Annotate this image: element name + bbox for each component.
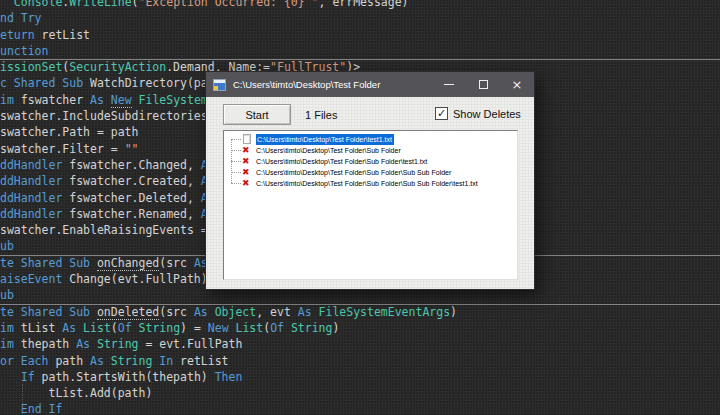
code-line: unction [0,43,457,59]
code-line: or Each path As String In retList [0,353,457,369]
checkbox-label: Show Deletes [453,108,521,120]
procedure-separator [0,59,720,60]
code-line: eturn retList [0,27,457,43]
files-count-label: 1 Files [305,109,337,121]
minimize-button[interactable] [432,72,466,97]
code-line: te Shared Sub onDeleted(src As Object, e… [0,304,457,320]
tree-item[interactable]: ✖C:\Users\timto\Desktop\Test Folder\Sub … [224,178,517,189]
code-line: im tList As List(Of String) = New List(O… [0,320,457,336]
deleted-x-icon: ✖ [242,167,250,178]
tree-connector-stub [231,183,241,184]
show-deletes-checkbox[interactable]: ✓ Show Deletes [435,107,521,120]
tree-item[interactable]: ✖C:\Users\timto\Desktop\Test Folder\Sub … [224,167,517,178]
code-line: im thepath As String = evt.FullPath [0,336,457,352]
deleted-x-icon: ✖ [242,178,250,189]
deleted-x-icon: ✖ [242,156,250,167]
code-line: Console.WriteLine("Exception Occurred: {… [0,0,457,10]
tree-item[interactable]: ✖C:\Users\timto\Desktop\Test Folder\Sub … [224,145,517,156]
tree-connector-stub [231,150,241,151]
close-icon: × [512,78,523,91]
maximize-button[interactable] [466,72,500,97]
app-window-icon [213,79,226,91]
tree-item-label: C:\Users\timto\Desktop\Test Folder\Sub F… [256,167,451,178]
window-controls: × [432,72,534,97]
maximize-icon [479,80,488,89]
tree-connector-stub [231,172,241,173]
tree-connector-stub [231,139,241,140]
file-tree[interactable]: C:\Users\timto\Desktop\Test Folder\test1… [223,130,518,280]
tree-connector-stub [231,161,241,162]
procedure-separator [0,304,720,305]
close-button[interactable]: × [500,72,534,97]
indent-guide [22,384,23,414]
code-line: nd Try [0,10,457,26]
deleted-x-icon: ✖ [242,145,250,156]
tree-item-label: C:\Users\timto\Desktop\Test Folder\Sub F… [256,178,478,189]
tree-item-label: C:\Users\timto\Desktop\Test Folder\Sub F… [256,156,427,167]
dialog-body: Start 1 Files ✓ Show Deletes C:\Users\ti… [206,97,534,289]
code-line: tList.Add(path) [0,385,457,401]
minimize-icon [444,84,454,85]
code-line: If path.StartsWith(thepath) Then [0,369,457,385]
file-icon [243,134,251,144]
code-line: End If [0,401,457,415]
checkbox-box[interactable]: ✓ [435,107,448,120]
tree-item[interactable]: ✖C:\Users\timto\Desktop\Test Folder\Sub … [224,156,517,167]
tree-item-label: C:\Users\timto\Desktop\Test Folder\Sub F… [256,145,401,156]
watcher-window: C:\Users\timto\Desktop\Test Folder × Sta… [205,71,535,290]
tree-item[interactable]: C:\Users\timto\Desktop\Test Folder\test1… [224,134,517,145]
window-title: C:\Users\timto\Desktop\Test Folder [233,79,432,90]
check-mark-icon: ✓ [437,108,446,119]
tree-item-label: C:\Users\timto\Desktop\Test Folder\test1… [256,134,394,145]
start-button[interactable]: Start [223,104,291,125]
screen: Console.WriteLine("Exception Occurred: {… [0,0,720,415]
window-titlebar[interactable]: C:\Users\timto\Desktop\Test Folder × [206,72,534,97]
